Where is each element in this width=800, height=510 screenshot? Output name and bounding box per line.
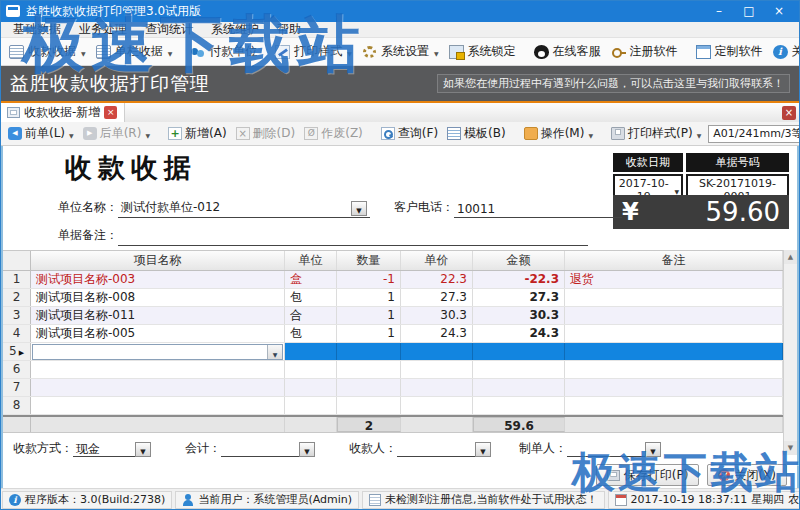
cell-item-name[interactable] bbox=[31, 379, 285, 396]
item-name-combobox[interactable] bbox=[32, 344, 283, 360]
cell-price[interactable] bbox=[401, 361, 473, 378]
delete-button[interactable]: 删除(D) bbox=[232, 123, 300, 144]
table-row[interactable]: 6 bbox=[3, 361, 797, 379]
cell-price[interactable]: 24.3 bbox=[401, 325, 473, 342]
cell-item-name[interactable]: 测试项目名称-011 bbox=[31, 307, 285, 324]
template-button[interactable]: 模板(B) bbox=[443, 123, 510, 144]
paper-format-select[interactable]: A01/241mm/3等分/每页5行 bbox=[708, 125, 800, 143]
table-row-selected[interactable]: 5 bbox=[3, 343, 797, 361]
about-software-button[interactable]: 关于软件 bbox=[768, 40, 800, 63]
cell-price[interactable] bbox=[401, 397, 473, 414]
cell-amount[interactable]: -22.3 bbox=[473, 271, 565, 288]
cell-item-name[interactable]: 测试项目名称-005 bbox=[31, 325, 285, 342]
cell-unit[interactable]: 盒 bbox=[285, 271, 337, 288]
cell-note[interactable] bbox=[565, 379, 783, 396]
cell-unit[interactable]: 包 bbox=[285, 325, 337, 342]
maker-value[interactable] bbox=[567, 441, 645, 457]
contact-help-link[interactable]: 如果您在使用过程中有遇到什么问题，可以点击这里与我们取得联系！ bbox=[437, 74, 790, 93]
cell-amount[interactable]: 27.3 bbox=[473, 289, 565, 306]
cell-price[interactable]: 27.3 bbox=[401, 289, 473, 306]
cell-amount[interactable] bbox=[473, 397, 565, 414]
cell-unit[interactable] bbox=[285, 361, 337, 378]
item-name-combo-value[interactable] bbox=[33, 345, 267, 359]
single-receipt-button[interactable]: 单栏收据 bbox=[91, 40, 178, 63]
menu-maintenance[interactable]: 系统维护 bbox=[202, 21, 268, 38]
cell-unit[interactable] bbox=[285, 397, 337, 414]
cell-unit[interactable] bbox=[285, 343, 337, 360]
tab-close-icon[interactable] bbox=[104, 106, 117, 119]
close-button[interactable] bbox=[764, 4, 794, 18]
cell-unit[interactable]: 包 bbox=[285, 289, 337, 306]
cell-amount[interactable]: 30.3 bbox=[473, 307, 565, 324]
cell-note[interactable] bbox=[565, 325, 783, 342]
cell-unit[interactable]: 合 bbox=[285, 307, 337, 324]
cell-unit[interactable] bbox=[285, 379, 337, 396]
register-software-button[interactable]: 注册软件 bbox=[606, 40, 683, 63]
menu-business[interactable]: 业务处理 bbox=[70, 21, 136, 38]
table-row[interactable]: 8 bbox=[3, 397, 797, 415]
cashier-value[interactable] bbox=[397, 441, 475, 457]
cell-amount[interactable] bbox=[473, 343, 565, 360]
custom-software-button[interactable]: 定制软件 bbox=[691, 40, 768, 63]
table-row[interactable]: 7 bbox=[3, 379, 797, 397]
online-service-button[interactable]: 在线客服 bbox=[529, 40, 606, 63]
cell-price[interactable]: 30.3 bbox=[401, 307, 473, 324]
close-form-button[interactable]: 关闭(X) bbox=[707, 464, 787, 486]
menu-query[interactable]: 查询统计 bbox=[136, 21, 202, 38]
cell-amount[interactable] bbox=[473, 379, 565, 396]
table-row[interactable]: 2 测试项目名称-008 包 1 27.3 27.3 bbox=[3, 289, 797, 307]
cell-qty[interactable] bbox=[337, 361, 401, 378]
cell-price[interactable] bbox=[401, 343, 473, 360]
cell-amount[interactable]: 24.3 bbox=[473, 325, 565, 342]
accountant-value[interactable] bbox=[221, 441, 299, 457]
cell-note[interactable] bbox=[565, 343, 783, 360]
payer-units-button[interactable]: 付款单位 bbox=[185, 40, 262, 63]
table-row[interactable]: 3 测试项目名称-011 合 1 30.3 30.3 bbox=[3, 307, 797, 325]
cell-note[interactable] bbox=[565, 361, 783, 378]
menu-basic-data[interactable]: 基础数据 bbox=[4, 21, 70, 38]
scroll-up-icon[interactable] bbox=[784, 250, 797, 264]
cell-price[interactable]: 22.3 bbox=[401, 271, 473, 288]
cell-note[interactable]: 退货 bbox=[565, 271, 783, 288]
cell-item-name[interactable] bbox=[31, 361, 285, 378]
next-doc-button[interactable]: 后单(R) bbox=[79, 123, 154, 144]
phone-input[interactable]: 10011 bbox=[454, 202, 622, 218]
cell-qty[interactable] bbox=[337, 343, 401, 360]
maximize-button[interactable] bbox=[734, 4, 764, 18]
cell-note[interactable] bbox=[565, 289, 783, 306]
chevron-down-icon[interactable] bbox=[299, 442, 315, 457]
save-print-button[interactable]: 保存打印(P) bbox=[596, 464, 700, 486]
void-button[interactable]: 作废(Z) bbox=[300, 123, 367, 144]
add-button[interactable]: 新增(A) bbox=[164, 123, 231, 144]
cell-item-name[interactable]: 测试项目名称-003 bbox=[31, 271, 285, 288]
operate-button[interactable]: 操作(M) bbox=[520, 123, 597, 144]
cell-qty[interactable]: 1 bbox=[337, 325, 401, 342]
chevron-down-icon[interactable] bbox=[645, 442, 661, 457]
chevron-down-icon[interactable] bbox=[475, 442, 491, 457]
system-lock-button[interactable]: 系统锁定 bbox=[444, 40, 521, 63]
cell-qty[interactable]: 1 bbox=[337, 307, 401, 324]
cell-price[interactable] bbox=[401, 379, 473, 396]
cell-item-name[interactable] bbox=[31, 397, 285, 414]
query-button[interactable]: 查询(F) bbox=[377, 123, 442, 144]
tab-receipt-new[interactable]: 收款收据-新增 bbox=[0, 103, 125, 122]
cell-amount[interactable] bbox=[473, 361, 565, 378]
receipt-button[interactable]: 收款收据 bbox=[4, 40, 91, 63]
table-row[interactable]: 1 测试项目名称-003 盒 -1 22.3 -22.3 退货 bbox=[3, 271, 797, 289]
unit-name-select[interactable]: 测试付款单位-012 bbox=[118, 199, 370, 218]
menu-help[interactable]: 帮助 bbox=[268, 21, 310, 38]
cell-qty[interactable]: -1 bbox=[337, 271, 401, 288]
chevron-down-icon[interactable] bbox=[135, 442, 151, 457]
cell-qty[interactable] bbox=[337, 379, 401, 396]
prev-doc-button[interactable]: 前单(L) bbox=[4, 123, 78, 144]
cell-qty[interactable]: 1 bbox=[337, 289, 401, 306]
cell-qty[interactable] bbox=[337, 397, 401, 414]
system-settings-button[interactable]: 系统设置 bbox=[357, 40, 444, 63]
cell-note[interactable] bbox=[565, 307, 783, 324]
vertical-scrollbar[interactable] bbox=[783, 250, 797, 455]
table-row[interactable]: 4 测试项目名称-005 包 1 24.3 24.3 bbox=[3, 325, 797, 343]
minimize-button[interactable] bbox=[704, 4, 734, 18]
cell-item-name[interactable]: 测试项目名称-008 bbox=[31, 289, 285, 306]
pay-method-value[interactable]: 现金 bbox=[73, 441, 135, 457]
print-style-doc-button[interactable]: 打印样式(P) bbox=[607, 123, 705, 144]
